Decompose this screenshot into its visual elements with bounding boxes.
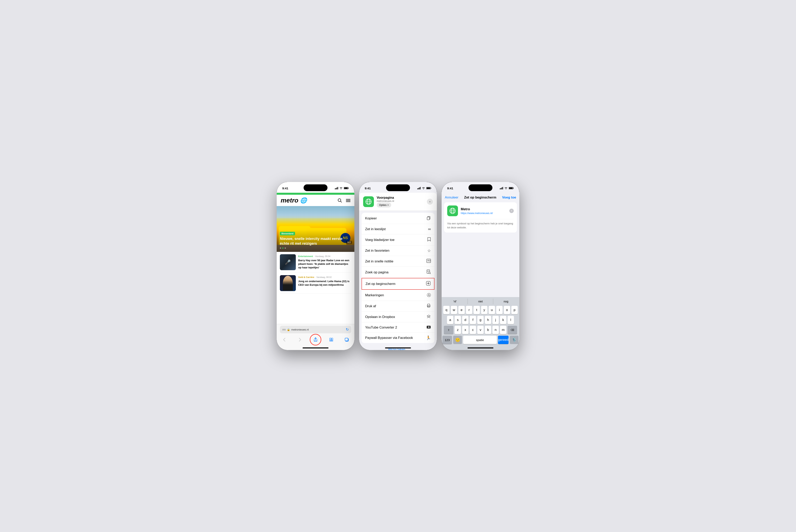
voeg-toe-button[interactable]: Voeg toe — [502, 195, 516, 200]
play-icon — [426, 325, 431, 330]
key-h[interactable]: h — [485, 316, 491, 324]
share-menu-item-dropbox[interactable]: Opslaan in Dropbox — [362, 311, 434, 322]
share-menu-item-bladwijzer[interactable]: Voeg bladwijzer toe — [362, 234, 434, 246]
bookmarks-button[interactable] — [327, 335, 336, 344]
home-indicator-2 — [385, 347, 411, 348]
space-key[interactable]: spatie — [463, 336, 497, 344]
suggestion-nl[interactable]: 'nl' — [442, 299, 468, 304]
drukaf-label: Druk af — [365, 304, 376, 308]
suggestion-niet[interactable]: niet — [468, 299, 493, 304]
shift-key[interactable]: ⇧ — [444, 326, 453, 334]
key-q[interactable]: q — [443, 306, 449, 314]
emoji-key[interactable]: 🙂 — [453, 336, 462, 344]
share-app-url: metronieuws.nl — [377, 200, 424, 203]
app-name-input[interactable] — [461, 207, 506, 211]
search-icon[interactable] — [338, 198, 342, 203]
key-i[interactable]: i — [496, 306, 503, 314]
dynamic-island-3 — [468, 184, 493, 191]
share-menu-item-zoekoppagina[interactable]: Zoek op pagina — [362, 267, 434, 278]
forward-button[interactable] — [296, 335, 304, 344]
paywall-label: Paywall Bypasser via Facebook — [365, 336, 413, 340]
share-menu-item-leeslijst[interactable]: Zet in leeslijst ∞ — [362, 224, 434, 234]
clear-name-button[interactable]: × — [510, 209, 514, 213]
num-key[interactable]: 123 — [442, 336, 452, 344]
svg-rect-50 — [502, 188, 502, 190]
key-s[interactable]: s — [455, 316, 461, 324]
signal-icon-3 — [500, 187, 503, 189]
share-menu-item-drukaf[interactable]: Druk af — [362, 301, 434, 311]
note-icon — [426, 259, 431, 264]
hero-category: Binnenland — [280, 232, 295, 235]
share-sheet: Voorpagina metronieuws.nl Opties > × Kop… — [359, 193, 437, 350]
share-app-info: Voorpagina metronieuws.nl Opties > — [377, 196, 424, 207]
delete-key[interactable]: ⌫ — [507, 326, 517, 334]
key-k[interactable]: k — [500, 316, 506, 324]
svg-rect-5 — [348, 188, 349, 189]
person-run-icon: 🏃 — [426, 336, 431, 340]
metro-logo: metro 🌐 — [281, 197, 307, 204]
key-w[interactable]: w — [451, 306, 457, 314]
key-c[interactable]: c — [470, 326, 476, 334]
key-v[interactable]: v — [477, 326, 484, 334]
metro-header-icons — [338, 198, 350, 203]
key-b[interactable]: b — [485, 326, 491, 334]
key-o[interactable]: o — [504, 306, 510, 314]
tabs-button[interactable] — [343, 335, 351, 344]
status-time-2: 9:41 — [365, 187, 371, 190]
dot-3 — [285, 247, 286, 249]
add-home-app-icon — [447, 206, 458, 216]
key-g[interactable]: g — [477, 316, 484, 324]
url-bar[interactable]: AA 🔒 metronieuws.nl ↻ — [280, 326, 351, 333]
svg-rect-20 — [419, 188, 420, 190]
svg-rect-49 — [501, 188, 501, 189]
svg-rect-21 — [420, 187, 421, 189]
url-bar-left: AA 🔒 metronieuws.nl — [282, 328, 309, 331]
share-menu-item-kopieer[interactable]: Kopieer — [362, 213, 434, 224]
suggestion-nog[interactable]: nog — [494, 299, 519, 304]
done-key[interactable]: gereed — [498, 336, 508, 344]
annuleer-button[interactable]: Annuleer — [445, 195, 458, 200]
mic-key[interactable]: 🎙️ — [510, 336, 519, 344]
key-n[interactable]: n — [493, 326, 499, 334]
refresh-icon[interactable]: ↻ — [346, 327, 349, 332]
share-menu-item-markeringen[interactable]: Markeringen Ⓐ — [362, 290, 434, 301]
key-d[interactable]: d — [462, 316, 468, 324]
article-category-1: Entertainment — [298, 255, 313, 258]
share-menu-item-paywall[interactable]: Paywall Bypasser via Facebook 🏃 — [362, 333, 434, 343]
keyboard-row-3: ⇧ z x c v b n m ⌫ — [442, 326, 519, 334]
back-button[interactable] — [280, 335, 289, 344]
key-j[interactable]: j — [493, 316, 499, 324]
zoekoppagina-label: Zoek op pagina — [365, 270, 388, 274]
browser-bar: AA 🔒 metronieuws.nl ↻ — [277, 324, 354, 350]
key-f[interactable]: f — [470, 316, 476, 324]
share-button-wrapper — [311, 335, 320, 344]
key-t[interactable]: t — [474, 306, 480, 314]
status-icons-3 — [500, 187, 514, 189]
svg-line-35 — [430, 273, 431, 274]
url-text: metronieuws.nl — [291, 328, 309, 331]
keyboard-row-2: a s d f g h j k l — [442, 316, 519, 324]
opties-button[interactable]: Opties > — [377, 203, 391, 207]
key-y[interactable]: y — [481, 306, 487, 314]
key-r[interactable]: r — [466, 306, 472, 314]
key-a[interactable]: a — [447, 316, 453, 324]
close-sheet-button[interactable]: × — [427, 199, 433, 205]
key-z[interactable]: z — [455, 326, 461, 334]
share-menu-item-youtube[interactable]: YouTube Converter 2 — [362, 322, 434, 333]
key-u[interactable]: u — [489, 306, 495, 314]
text-size-button[interactable]: AA — [282, 328, 286, 331]
beginscherm-label: Zet op beginscherm — [366, 282, 395, 286]
share-menu-item-snellenotitie[interactable]: Zet in snelle notitie — [362, 256, 434, 267]
share-menu-item-favorieten[interactable]: Zet in favorieten ☆ — [362, 246, 434, 256]
key-x[interactable]: x — [462, 326, 468, 334]
share-menu: Kopieer Zet in leeslijst ∞ Voeg bladwijz… — [362, 213, 434, 343]
key-m[interactable]: m — [500, 326, 506, 334]
key-l[interactable]: l — [507, 316, 514, 324]
battery-icon-3 — [509, 187, 514, 189]
key-e[interactable]: e — [458, 306, 465, 314]
svg-rect-51 — [503, 187, 503, 189]
menu-icon[interactable] — [346, 199, 350, 202]
leeslijst-label: Zet in leeslijst — [365, 227, 386, 231]
share-menu-item-beginscherm[interactable]: Zet op beginscherm — [362, 278, 434, 290]
key-p[interactable]: p — [511, 306, 518, 314]
